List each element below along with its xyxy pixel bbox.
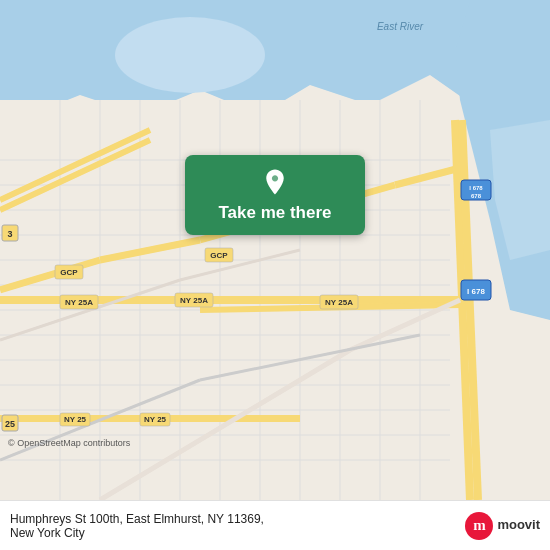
cta-button-label: Take me there bbox=[218, 203, 331, 223]
svg-point-71 bbox=[271, 175, 279, 183]
address-container: Humphreys St 100th, East Elmhurst, NY 11… bbox=[10, 512, 264, 540]
cta-button-container: Take me there bbox=[185, 155, 365, 235]
pin-icon bbox=[260, 167, 290, 197]
svg-point-1 bbox=[115, 17, 265, 93]
svg-text:25: 25 bbox=[5, 419, 15, 429]
take-me-there-button[interactable]: Take me there bbox=[185, 155, 365, 235]
svg-text:NY 25A: NY 25A bbox=[65, 298, 93, 307]
map-roads: GCP GCP NY 25A NY 25A NY 25A NY 25 NY 25… bbox=[0, 0, 550, 500]
bottom-bar: Humphreys St 100th, East Elmhurst, NY 11… bbox=[0, 500, 550, 550]
svg-text:NY 25A: NY 25A bbox=[325, 298, 353, 307]
address-line2: New York City bbox=[10, 526, 264, 540]
svg-text:East River: East River bbox=[377, 21, 424, 32]
moovit-logo: m moovit bbox=[465, 512, 540, 540]
moovit-brand-text: moovit bbox=[497, 518, 540, 532]
svg-text:NY 25A: NY 25A bbox=[180, 296, 208, 305]
svg-text:GCP: GCP bbox=[60, 268, 78, 277]
svg-text:NY 25: NY 25 bbox=[144, 415, 167, 424]
address-line1: Humphreys St 100th, East Elmhurst, NY 11… bbox=[10, 512, 264, 526]
moovit-letter: m bbox=[473, 517, 486, 534]
svg-text:I 678: I 678 bbox=[469, 185, 483, 191]
osm-attribution: © OpenStreetMap contributors bbox=[8, 438, 130, 448]
svg-text:NY 25: NY 25 bbox=[64, 415, 87, 424]
svg-text:I 678: I 678 bbox=[467, 287, 485, 296]
attribution-text: © OpenStreetMap contributors bbox=[8, 438, 130, 448]
svg-text:678: 678 bbox=[471, 193, 482, 199]
svg-text:3: 3 bbox=[7, 229, 12, 239]
moovit-icon: m bbox=[465, 512, 493, 540]
svg-text:GCP: GCP bbox=[210, 251, 228, 260]
map-container: GCP GCP NY 25A NY 25A NY 25A NY 25 NY 25… bbox=[0, 0, 550, 500]
